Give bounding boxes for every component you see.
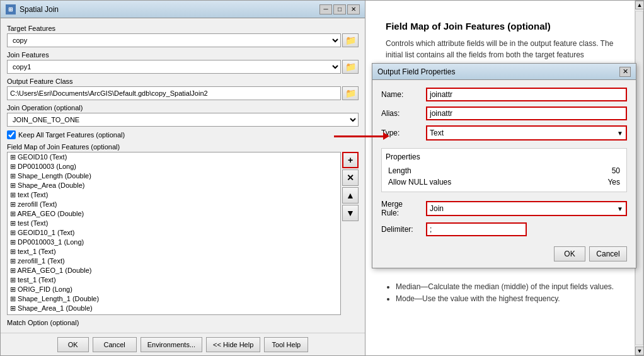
tool-help-button[interactable]: Tool Help [264, 337, 308, 352]
dialog-name-input[interactable] [426, 88, 627, 101]
main-content: Target Features copy 📁 Join Features cop… [1, 18, 365, 333]
target-features-label: Target Features [7, 25, 359, 32]
field-map-label: Field Map of Join Features (optional) [7, 143, 359, 151]
list-item[interactable]: ⊞ DP0010003 (Long) [8, 162, 340, 171]
list-item[interactable]: ⊞ DP0010003_1 (Long) [8, 238, 340, 247]
scroll-down-btn[interactable]: ▼ [635, 347, 644, 355]
arrow-indicator [334, 135, 384, 137]
move-up-button[interactable]: ▲ [342, 187, 359, 204]
list-item[interactable]: ⊞ zerofill_1 (Text) [8, 256, 340, 266]
dialog-alias-input[interactable] [426, 106, 627, 120]
keep-all-target-features-checkbox[interactable] [7, 130, 16, 139]
list-item[interactable]: ⊞ Shape_Area (Double) [8, 181, 340, 190]
dialog-ok-button[interactable]: OK [554, 246, 585, 261]
dialog-cancel-button[interactable]: Cancel [589, 246, 627, 261]
help-title: Field Map of Join Features (optional) [386, 21, 617, 32]
list-item[interactable]: ⊞ Shape_Length (Double) [8, 171, 340, 181]
output-feature-class-input[interactable] [7, 86, 341, 100]
main-window: ⊞ Spatial Join ─ □ ✕ Target Features cop… [0, 0, 365, 356]
list-item[interactable]: ⊞ Shape_Length_1 (Double) [8, 294, 340, 304]
join-operation-dropdown-wrapper: JOIN_ONE_TO_ONE [7, 113, 359, 127]
list-item[interactable]: ⊞ AREA_GEO_1 (Double) [8, 266, 340, 275]
dialog-type-value: Text [430, 129, 444, 137]
dialog-name-label: Name: [381, 90, 422, 99]
remove-field-button[interactable]: ✕ [342, 169, 359, 186]
match-option-label: Match Option (optional) [7, 319, 359, 326]
list-item[interactable]: ⊞ text_1 (Text) [8, 247, 340, 256]
target-features-dropdown-wrapper: copy [7, 33, 341, 47]
field-map-buttons: + ✕ ▲ ▼ [342, 152, 359, 315]
dialog-name-row: Name: [381, 88, 627, 101]
dialog-type-dropdown-arrow: ▼ [617, 130, 623, 137]
dialog-alias-label: Alias: [381, 109, 422, 118]
join-features-group: Join Features copy1 📁 [7, 51, 359, 74]
properties-length-label: Length [388, 166, 411, 175]
properties-length-value: 50 [612, 166, 620, 175]
window-controls: ─ □ ✕ [319, 4, 360, 14]
join-operation-group: Join Operation (optional) JOIN_ONE_TO_ON… [7, 104, 359, 127]
output-feature-class-folder-btn[interactable]: 📁 [342, 86, 359, 100]
field-map-list-area: ⊞ GEOID10 (Text) ⊞ DP0010003 (Long) ⊞ Sh… [7, 152, 359, 315]
list-item[interactable]: ⊞ AREA_GEO (Double) [8, 209, 340, 219]
properties-null-label: Allow NULL values [388, 178, 451, 187]
environments-button[interactable]: Environments... [141, 337, 202, 352]
list-item[interactable]: ⊞ Shape_Area_1 (Double) [8, 304, 340, 313]
main-ok-button[interactable]: OK [57, 337, 89, 352]
list-item[interactable]: ⊞ test_1 (Text) [8, 275, 340, 285]
field-map-section: Field Map of Join Features (optional) ⊞ … [7, 143, 359, 315]
dialog-footer: OK Cancel [372, 244, 636, 268]
match-option-group: Match Option (optional) [7, 319, 359, 326]
help-bullet-0: Median—Calculate the median (middle) of … [396, 281, 617, 293]
keep-all-target-features-label: Keep All Target Features (optional) [18, 131, 125, 139]
list-item[interactable]: ⊞ test (Text) [8, 219, 340, 228]
main-window-title: Spatial Join [20, 5, 59, 14]
target-features-folder-btn[interactable]: 📁 [342, 33, 359, 47]
target-features-select[interactable]: copy [7, 33, 341, 47]
main-title-bar: ⊞ Spatial Join ─ □ ✕ [1, 1, 365, 18]
output-feature-class-label: Output Feature Class [7, 78, 359, 85]
output-feature-class-group: Output Feature Class 📁 [7, 78, 359, 100]
dialog-delimiter-label: Delimiter: [381, 225, 422, 234]
list-item[interactable]: ⊞ zerofill (Text) [8, 200, 340, 209]
minimize-button[interactable]: ─ [319, 4, 332, 14]
list-item[interactable]: ⊞ GEOID10 (Text) [8, 152, 340, 162]
join-features-row: copy1 📁 [7, 60, 359, 74]
join-features-dropdown-wrapper: copy1 [7, 60, 341, 74]
target-features-group: Target Features copy 📁 [7, 25, 359, 47]
list-item[interactable]: ⊞ GEOID10_1 (Text) [8, 228, 340, 238]
help-intro: Controls which attribute fields will be … [386, 38, 617, 60]
bottom-bar: OK Cancel Environments... << Hide Help T… [1, 333, 365, 355]
dialog-merge-row: Merge Rule: Join ▼ [381, 200, 627, 217]
move-down-button[interactable]: ▼ [342, 205, 359, 221]
app-icon: ⊞ [6, 4, 16, 14]
dialog-merge-label: Merge Rule: [381, 200, 422, 217]
list-item[interactable]: ⊞ text (Text) [8, 190, 340, 200]
properties-box: Properties Length 50 Allow NULL values Y… [381, 148, 627, 192]
join-features-folder-btn[interactable]: 📁 [342, 60, 359, 74]
properties-length-row: Length 50 [386, 165, 623, 176]
dialog-title-bar: Output Field Properties ✕ [372, 64, 636, 80]
output-field-properties-dialog: Output Field Properties ✕ Name: Alias: T… [372, 63, 636, 268]
dialog-merge-value: Join [430, 204, 444, 213]
properties-null-row: Allow NULL values Yes [386, 176, 623, 188]
join-operation-select[interactable]: JOIN_ONE_TO_ONE [7, 113, 359, 127]
close-main-button[interactable]: ✕ [347, 4, 360, 14]
maximize-button[interactable]: □ [333, 4, 346, 14]
main-cancel-button[interactable]: Cancel [93, 337, 137, 352]
dialog-merge-dropdown[interactable]: Join ▼ [426, 201, 627, 216]
scroll-up-btn[interactable]: ▲ [635, 1, 644, 9]
dialog-close-button[interactable]: ✕ [619, 67, 631, 77]
properties-title: Properties [386, 152, 623, 161]
join-features-select[interactable]: copy1 [7, 60, 341, 74]
field-map-listbox[interactable]: ⊞ GEOID10 (Text) ⊞ DP0010003 (Long) ⊞ Sh… [7, 152, 341, 315]
dialog-type-dropdown[interactable]: Text ▼ [426, 125, 627, 141]
help-bullet-1: Mode—Use the value with the highest freq… [396, 293, 617, 305]
title-bar-left: ⊞ Spatial Join [6, 4, 59, 14]
properties-null-value: Yes [607, 178, 620, 187]
output-feature-class-row: 📁 [7, 86, 359, 100]
target-features-row: copy 📁 [7, 33, 359, 47]
list-item[interactable]: ⊞ ORIG_FID (Long) [8, 285, 340, 294]
dialog-delimiter-input[interactable] [426, 222, 527, 236]
hide-help-button[interactable]: << Hide Help [206, 337, 260, 352]
add-field-button[interactable]: + [342, 152, 359, 168]
